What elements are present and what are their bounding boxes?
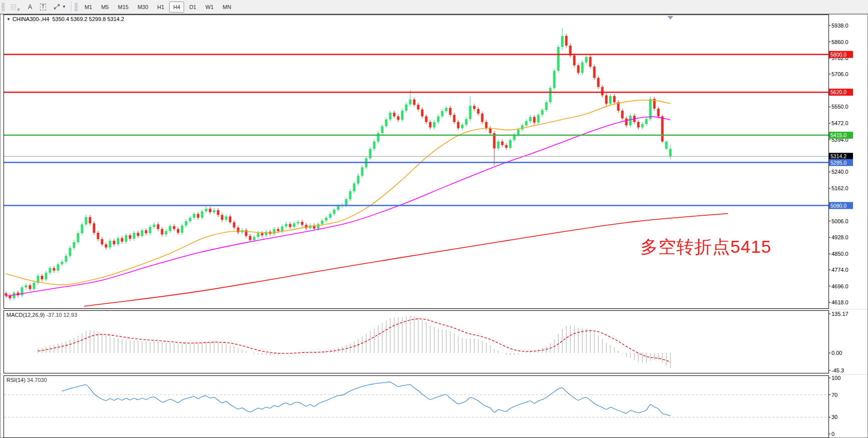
panel-splitter[interactable] <box>1 374 867 375</box>
timeframe-m5[interactable]: M5 <box>97 2 113 13</box>
candle-body <box>333 210 336 214</box>
candle-body <box>293 223 296 227</box>
candle-body <box>401 111 404 120</box>
candle-body <box>597 78 600 87</box>
candle-body <box>141 230 144 236</box>
diagonal-arrows-icon <box>53 4 61 10</box>
symbol-ohlc-text: CHINA300-,H4 5350.4 5369.2 5299.8 5314.2 <box>13 16 124 22</box>
rsi-axis-label: 70 <box>831 392 837 398</box>
timeframe-d1[interactable]: D1 <box>185 2 200 13</box>
candle-body <box>113 241 116 244</box>
candle-body <box>605 95 608 104</box>
chart-canvas[interactable]: 5938.05860.05782.05706.05550.05472.05394… <box>0 0 868 438</box>
price-badge-label: 5620.0 <box>830 89 846 95</box>
candle-body <box>621 111 624 119</box>
panel-splitter[interactable] <box>1 309 867 310</box>
toolbar-drag-handle[interactable] <box>75 3 78 12</box>
draw-objects-button[interactable]: ▼ <box>50 2 69 13</box>
font-tool-button[interactable]: A <box>24 2 36 13</box>
timeframe-mn[interactable]: MN <box>219 2 235 13</box>
candle-body <box>277 229 280 231</box>
candle-body <box>121 238 124 242</box>
candle-body <box>381 126 384 133</box>
timeframe-h1[interactable]: H1 <box>153 2 168 13</box>
candle-body <box>145 230 148 233</box>
macd-axis-label: 135.17 <box>831 311 848 317</box>
candle-body <box>217 210 220 215</box>
price-badge-label: 5415.0 <box>830 132 846 138</box>
candle-body <box>613 96 616 103</box>
axis-tick-label: 4774.0 <box>831 267 848 273</box>
candle-body <box>161 229 164 235</box>
candle-body <box>193 214 196 218</box>
candle-body <box>329 214 332 218</box>
candle-body <box>553 71 556 88</box>
candle-body <box>541 110 544 115</box>
candle-body <box>573 56 576 66</box>
candle-body <box>213 210 216 212</box>
candle-body <box>433 122 436 128</box>
candle-body <box>353 184 356 192</box>
candle-body <box>509 140 512 148</box>
price-badge-label: 5080.0 <box>830 203 846 209</box>
candle-body <box>301 222 304 225</box>
candle-body <box>473 106 476 109</box>
candle-body <box>165 231 168 235</box>
candle-body <box>189 218 192 221</box>
candle-body <box>561 36 564 47</box>
axis-tick-label: 5006.0 <box>831 218 848 224</box>
candle-body <box>81 224 84 233</box>
candle-body <box>505 145 508 148</box>
candle-body <box>65 256 68 262</box>
toolbar-drag-handle[interactable] <box>2 3 5 12</box>
candle-body <box>577 65 580 73</box>
timeframe-m30[interactable]: M30 <box>134 2 152 13</box>
candle-body <box>497 142 500 149</box>
timeframe-h4[interactable]: H4 <box>169 2 184 13</box>
candle-body <box>461 125 464 128</box>
candle-body <box>489 128 492 133</box>
timeframe-m15[interactable]: M15 <box>114 2 132 13</box>
candle-body <box>593 67 596 78</box>
candle-body <box>257 233 260 237</box>
chart-annotation-text[interactable]: 多空转折点5415 <box>640 235 771 259</box>
candle-body <box>669 149 672 156</box>
candle-body <box>325 218 328 221</box>
rsi-axis-label: 30 <box>831 414 837 420</box>
candle-body <box>465 119 468 125</box>
candle-body <box>337 206 340 210</box>
candle-body <box>253 237 256 240</box>
candle-body <box>521 125 524 129</box>
candle-body <box>661 116 664 141</box>
axis-tick-label: 5706.0 <box>831 71 848 77</box>
macd-axis-label: 0.00 <box>831 350 842 356</box>
candle-body <box>137 233 140 236</box>
candle-body <box>9 296 12 298</box>
rsi-axis-label: 0 <box>831 431 834 437</box>
crosshair-tool-button[interactable]: F <box>8 2 23 13</box>
candle-body <box>377 133 380 142</box>
candle-body <box>93 223 96 233</box>
candle-body <box>13 293 16 298</box>
candle-body <box>393 113 396 116</box>
candle-body <box>441 111 444 116</box>
price-badge-label: 5314.2 <box>830 153 846 159</box>
candle-body <box>109 241 112 247</box>
candle-body <box>445 108 448 111</box>
dotted-grid-icon <box>11 4 17 10</box>
candle-body <box>61 262 64 264</box>
candle-body <box>261 233 264 235</box>
candle-body <box>289 224 292 227</box>
candle-body <box>249 236 252 240</box>
candle-body <box>273 229 276 234</box>
text-label-tool-button[interactable]: T <box>37 2 49 13</box>
timeframe-w1[interactable]: W1 <box>201 2 218 13</box>
candle-body <box>5 293 8 296</box>
candle-body <box>133 233 136 239</box>
candle-body <box>589 57 592 67</box>
candle-body <box>637 122 640 128</box>
candle-body <box>449 108 452 115</box>
timeframe-m1[interactable]: M1 <box>81 2 96 13</box>
candle-body <box>205 209 208 211</box>
symbol-menu-caret-icon[interactable]: ▼ <box>7 17 11 22</box>
